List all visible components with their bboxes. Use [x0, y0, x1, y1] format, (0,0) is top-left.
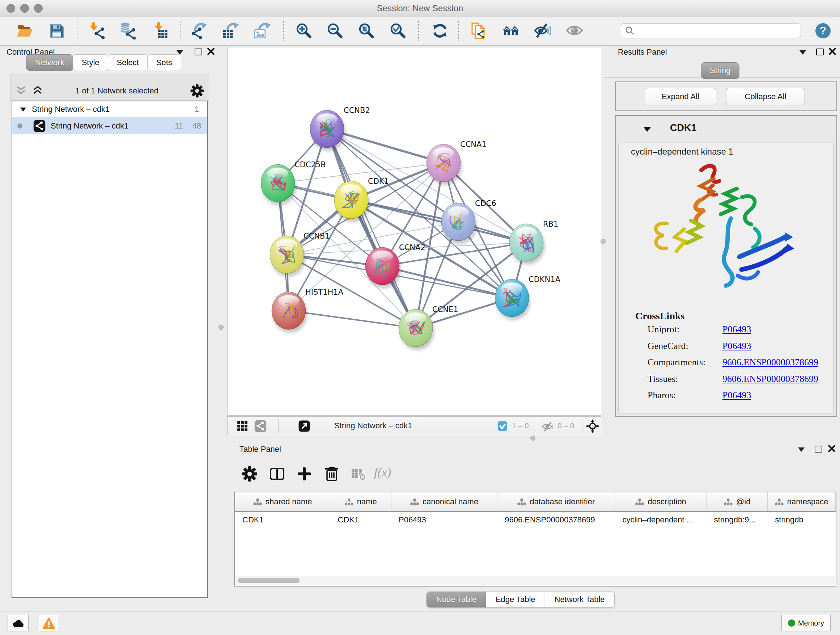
- birds-eye-view-icon[interactable]: [298, 420, 310, 432]
- export-table-icon[interactable]: [222, 22, 239, 40]
- network-collection-row[interactable]: String Network – cdk1 1: [12, 101, 207, 117]
- import-network-from-database-icon[interactable]: [119, 22, 137, 40]
- selected-checkbox-icon[interactable]: [497, 421, 508, 431]
- table-panel: Table Panel f(x) shared namenamec: [227, 439, 840, 612]
- collapse-all-button[interactable]: Collapse All: [726, 88, 805, 105]
- tab-sets[interactable]: Sets: [147, 54, 181, 71]
- search-input[interactable]: [637, 26, 801, 35]
- column-header--id[interactable]: @id: [707, 492, 768, 511]
- control-panel-close-icon[interactable]: [207, 48, 215, 55]
- gene-accordion-header[interactable]: CDK1: [616, 116, 836, 143]
- fit-selected-crosshair-icon[interactable]: [586, 419, 600, 433]
- expand-all-button[interactable]: Expand All: [645, 88, 716, 105]
- table-hscrollbar[interactable]: [236, 576, 835, 585]
- search-box[interactable]: [621, 23, 801, 38]
- crosslink-link[interactable]: P06493: [722, 340, 751, 352]
- network-view-icon[interactable]: [254, 420, 267, 432]
- table-options-gear-icon[interactable]: [241, 466, 258, 482]
- export-network-icon[interactable]: [190, 22, 208, 40]
- network-options-gear-icon[interactable]: [190, 84, 204, 98]
- left-splitter-handle[interactable]: [218, 325, 224, 330]
- tab-select[interactable]: Select: [108, 54, 148, 71]
- warning-icon[interactable]: [39, 615, 59, 631]
- node-label-CDKN1A: CDKN1A: [529, 275, 561, 284]
- column-type-icon: [775, 498, 783, 506]
- tab-network-table[interactable]: Network Table: [545, 592, 615, 608]
- crosslink-link[interactable]: 9606.ENSP00000378699: [722, 357, 818, 368]
- network-list: String Network – cdk1 1 String Network –…: [11, 101, 208, 598]
- column-header-canonical-name[interactable]: canonical name: [392, 492, 497, 511]
- expand-all-networks-icon[interactable]: [32, 85, 44, 97]
- node-RB1[interactable]: RB1: [509, 220, 558, 264]
- crosslink-link[interactable]: P06493: [722, 390, 751, 401]
- collection-count: 1: [195, 105, 199, 114]
- help-icon[interactable]: ?: [815, 22, 831, 39]
- node-table: shared namenamecanonical namedatabase id…: [234, 492, 836, 586]
- node-label-CCNB1: CCNB1: [303, 232, 330, 241]
- open-session-icon[interactable]: [16, 22, 33, 40]
- delete-column-icon[interactable]: [324, 466, 340, 482]
- new-network-from-selection-icon[interactable]: [470, 22, 487, 40]
- toolbar-separator: [458, 21, 459, 41]
- node-CDC6[interactable]: CDC6: [441, 199, 496, 244]
- toolbar-separator: [283, 21, 284, 41]
- results-panel-menu-icon[interactable]: [799, 50, 806, 56]
- zoom-fit-content-icon[interactable]: [358, 22, 375, 40]
- show-all-icon[interactable]: [566, 22, 583, 40]
- apply-preferred-layout-icon[interactable]: [431, 22, 448, 40]
- results-panel-close-icon[interactable]: [829, 48, 836, 55]
- tab-style[interactable]: Style: [73, 54, 109, 71]
- tab-network[interactable]: Network: [26, 54, 73, 71]
- hide-selected-icon[interactable]: [534, 22, 551, 40]
- column-header-name[interactable]: name: [330, 492, 392, 511]
- cloud-icon[interactable]: [8, 615, 28, 631]
- import-table-from-file-icon[interactable]: [152, 22, 169, 40]
- table-panel-float-icon[interactable]: [815, 446, 822, 454]
- zoom-selected-icon[interactable]: [389, 22, 407, 40]
- tab-node-table[interactable]: Node Table: [426, 592, 486, 608]
- collapse-all-networks-icon[interactable]: [15, 85, 27, 97]
- gene-collapse-icon[interactable]: [643, 127, 651, 132]
- crosslink-link[interactable]: 9606.ENSP00000378699: [722, 374, 818, 385]
- results-panel-float-icon[interactable]: [816, 49, 824, 57]
- export-image-icon[interactable]: [253, 22, 271, 40]
- column-header-description[interactable]: description: [615, 492, 706, 511]
- first-neighbors-icon[interactable]: [502, 22, 519, 40]
- column-header-shared-name[interactable]: shared name: [235, 492, 330, 511]
- memory-button[interactable]: Memory: [782, 615, 831, 631]
- control-panel-float-icon[interactable]: [195, 49, 202, 57]
- node-CDKN1A[interactable]: CDKN1A: [495, 275, 561, 320]
- zoom-out-icon[interactable]: [326, 22, 344, 40]
- network-canvas[interactable]: CCNB2 CCNA1 CDC25B CDK1 CDC6: [227, 47, 601, 416]
- save-session-icon[interactable]: [48, 22, 65, 40]
- node-CCNE1[interactable]: CCNE1: [399, 305, 458, 350]
- network-row-selected[interactable]: String Network – cdk1 11 48: [12, 117, 207, 134]
- table-row[interactable]: CDK1CDK1P064939606.ENSP00000378699cyclin…: [235, 512, 836, 528]
- column-header-namespace[interactable]: namespace: [767, 492, 836, 511]
- delete-table-icon: [350, 466, 367, 482]
- tab-string[interactable]: String: [701, 62, 739, 79]
- table-panel-close-icon[interactable]: [828, 445, 836, 453]
- zoom-in-icon[interactable]: [295, 22, 313, 40]
- edge-CCNB2-CCNE1: [327, 129, 416, 328]
- import-network-from-file-icon[interactable]: [89, 22, 106, 40]
- node-CCNA2[interactable]: CCNA2: [365, 243, 425, 288]
- tab-edge-table[interactable]: Edge Table: [486, 592, 545, 608]
- gene-description: cyclin–dependent kinase 1: [631, 147, 733, 157]
- node-CCNA1[interactable]: CCNA1: [426, 140, 486, 185]
- node-HIST1H1A[interactable]: HIST1H1A: [272, 288, 344, 333]
- toolbar-separator: [180, 21, 180, 41]
- table-cell: stringdb: [767, 515, 836, 524]
- column-header-database-identifier[interactable]: database identifier: [497, 492, 615, 511]
- column-type-icon: [635, 498, 644, 506]
- add-column-icon[interactable]: [296, 466, 313, 482]
- hscrollbar-thumb[interactable]: [238, 578, 300, 583]
- gene-symbol: CDK1: [670, 122, 697, 134]
- show-columns-icon[interactable]: [269, 466, 286, 482]
- node-CCNB2[interactable]: CCNB2: [310, 106, 370, 151]
- grid-view-icon[interactable]: [236, 420, 248, 432]
- table-panel-menu-icon[interactable]: [798, 447, 805, 453]
- crosslink-link[interactable]: P06493: [722, 324, 751, 335]
- crosslink-row: Compartments:9606.ENSP00000378699: [619, 357, 834, 373]
- collection-expand-icon[interactable]: [20, 108, 26, 111]
